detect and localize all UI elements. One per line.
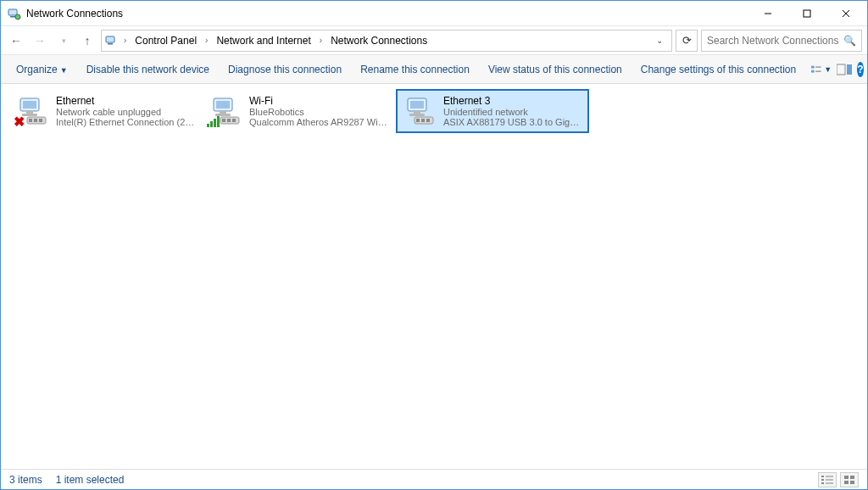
svg-rect-42: [426, 119, 430, 122]
error-x-icon: ✖: [14, 114, 25, 130]
help-button[interactable]: ?: [857, 62, 863, 77]
selected-count: 1 item selected: [56, 474, 125, 486]
svg-rect-24: [216, 101, 230, 109]
window-controls: [748, 1, 865, 26]
connection-status: BlueRobotics: [249, 107, 390, 117]
connection-item[interactable]: ✖ Ethernet Network cable unplugged Intel…: [9, 89, 203, 133]
adapter-icon: [209, 94, 242, 128]
svg-rect-30: [232, 119, 236, 122]
connection-text: Ethernet Network cable unplugged Intel(R…: [56, 95, 197, 127]
svg-rect-32: [210, 121, 213, 127]
preview-pane-button[interactable]: [837, 59, 852, 80]
rename-connection-button[interactable]: Rename this connection: [352, 58, 478, 81]
adapter-icon: ✖: [15, 94, 49, 128]
svg-rect-20: [29, 119, 32, 122]
close-button[interactable]: [826, 1, 865, 26]
connection-item[interactable]: Ethernet 3 Unidentified network ASIX AX8…: [396, 89, 589, 133]
chevron-right-icon[interactable]: ›: [203, 36, 209, 45]
diagnose-connection-button[interactable]: Diagnose this connection: [220, 58, 350, 81]
navbar: ← → ▾ ↑ › Control Panel › Network and In…: [1, 26, 867, 55]
connection-status: Unidentified network: [443, 107, 582, 117]
svg-rect-40: [416, 119, 420, 122]
chevron-right-icon[interactable]: ›: [318, 36, 324, 45]
svg-rect-16: [23, 101, 36, 109]
app-icon: [8, 7, 21, 20]
svg-rect-37: [414, 111, 420, 114]
svg-rect-9: [811, 65, 815, 68]
minimize-button[interactable]: [748, 1, 787, 26]
connection-status: Network cable unplugged: [56, 107, 197, 117]
svg-rect-41: [421, 119, 425, 122]
svg-rect-31: [207, 124, 209, 127]
connection-text: Wi-Fi BlueRobotics Qualcomm Atheros AR92…: [249, 95, 390, 127]
svg-rect-28: [222, 119, 225, 122]
svg-point-2: [15, 14, 20, 19]
status-bar: 3 items 1 item selected: [1, 469, 867, 489]
forward-button[interactable]: →: [30, 31, 50, 51]
breadcrumb[interactable]: › Control Panel › Network and Internet ›…: [101, 30, 672, 52]
connection-device: Intel(R) Ethernet Connection (2) I...: [56, 117, 197, 127]
connection-item[interactable]: Wi-Fi BlueRobotics Qualcomm Atheros AR92…: [203, 89, 396, 133]
breadcrumb-item[interactable]: Network Connections: [326, 33, 432, 48]
breadcrumb-item[interactable]: Network and Internet: [211, 33, 315, 48]
svg-rect-4: [804, 10, 810, 17]
up-button[interactable]: ↑: [77, 31, 97, 51]
svg-rect-47: [821, 482, 824, 484]
svg-rect-50: [850, 476, 854, 479]
svg-rect-13: [837, 64, 845, 75]
search-icon[interactable]: 🔍: [843, 35, 856, 47]
organize-menu[interactable]: Organize▼: [8, 58, 76, 81]
svg-rect-25: [220, 111, 226, 114]
svg-rect-51: [844, 481, 849, 484]
organize-label: Organize: [16, 64, 58, 75]
svg-rect-12: [815, 70, 821, 71]
maximize-button[interactable]: [787, 1, 826, 26]
svg-rect-1: [10, 16, 15, 18]
details-view-button[interactable]: [818, 472, 837, 487]
back-button[interactable]: ←: [6, 31, 26, 51]
svg-rect-11: [815, 66, 821, 67]
breadcrumb-icon: [105, 34, 119, 47]
item-count: 3 items: [9, 474, 42, 486]
breadcrumb-item[interactable]: Control Panel: [130, 33, 202, 48]
connection-device: Qualcomm Atheros AR9287 Wirel...: [249, 117, 390, 127]
svg-rect-46: [826, 479, 833, 481]
svg-rect-17: [26, 111, 33, 114]
svg-rect-52: [850, 481, 854, 484]
svg-rect-48: [826, 482, 833, 484]
view-mode-buttons: [818, 472, 859, 487]
svg-rect-7: [106, 36, 114, 42]
svg-rect-22: [39, 119, 42, 122]
connections-list[interactable]: ✖ Ethernet Network cable unplugged Intel…: [1, 84, 867, 469]
connection-text: Ethernet 3 Unidentified network ASIX AX8…: [443, 95, 582, 127]
svg-rect-8: [108, 43, 113, 45]
view-options-button[interactable]: ▼: [811, 59, 832, 80]
chevron-right-icon[interactable]: ›: [122, 36, 128, 45]
svg-rect-43: [821, 476, 824, 477]
search-input[interactable]: [707, 35, 843, 47]
svg-rect-14: [847, 64, 852, 75]
svg-rect-0: [8, 9, 17, 15]
signal-bars-icon: [207, 115, 220, 130]
large-icons-view-button[interactable]: [840, 472, 859, 487]
connection-name: Ethernet: [56, 95, 197, 107]
svg-rect-38: [409, 114, 425, 116]
svg-rect-21: [34, 119, 37, 122]
change-settings-button[interactable]: Change settings of this connection: [632, 58, 804, 81]
titlebar: Network Connections: [1, 1, 867, 26]
command-bar: Organize▼ Disable this network device Di…: [1, 55, 867, 84]
adapter-icon: [403, 94, 437, 128]
breadcrumb-history-dropdown[interactable]: ⌄: [651, 36, 668, 45]
connection-name: Ethernet 3: [443, 95, 582, 107]
disable-device-button[interactable]: Disable this network device: [78, 58, 218, 81]
recent-locations-button[interactable]: ▾: [53, 31, 74, 51]
svg-rect-34: [217, 116, 220, 127]
connection-name: Wi-Fi: [249, 95, 390, 107]
view-status-button[interactable]: View status of this connection: [480, 58, 631, 81]
svg-rect-44: [826, 476, 833, 477]
refresh-button[interactable]: ⟳: [676, 30, 698, 52]
svg-rect-45: [821, 479, 824, 481]
search-box[interactable]: 🔍: [701, 30, 862, 52]
svg-rect-10: [811, 70, 815, 72]
svg-rect-33: [214, 119, 216, 127]
